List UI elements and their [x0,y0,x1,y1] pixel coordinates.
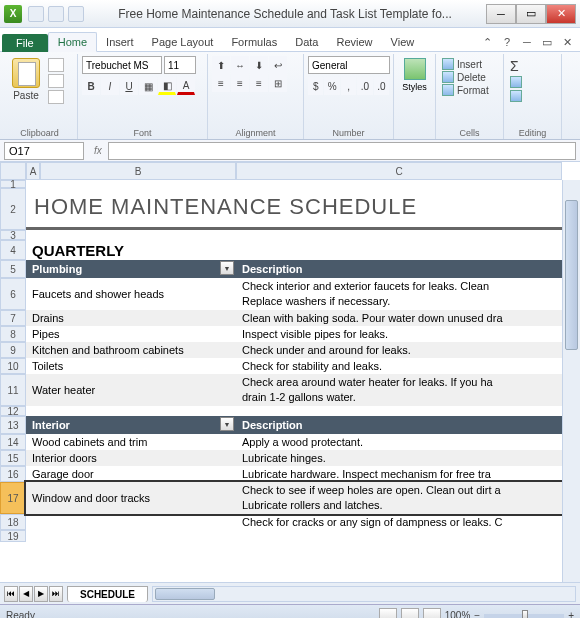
prev-sheet[interactable]: ◀ [19,586,33,602]
insert-tab[interactable]: Insert [97,33,143,51]
formula-bar[interactable] [108,142,576,160]
normal-view[interactable] [379,608,397,619]
number-format-select[interactable]: General [308,56,390,74]
row-header-14[interactable]: 14 [0,434,26,450]
align-left[interactable]: ≡ [212,74,230,92]
bold-button[interactable]: B [82,77,100,95]
row-header-2[interactable]: 2 [0,188,26,230]
comma-button[interactable]: , [341,77,356,95]
delete-cells-button[interactable]: Delete [442,71,497,83]
autosum-button[interactable]: Σ [510,58,555,74]
table-row[interactable]: Check for cracks or any sign of dampness… [26,514,562,530]
col-header-plumbing[interactable]: Plumbing▼ [26,260,236,278]
home-tab[interactable]: Home [48,32,97,52]
row-header-13[interactable]: 13 [0,416,26,434]
align-top[interactable]: ⬆ [212,56,230,74]
inc-decimal[interactable]: .0 [357,77,372,95]
dec-decimal[interactable]: .0 [374,77,389,95]
table-row[interactable]: Garage doorLubricate hardware. Inspect m… [26,466,562,482]
formulas-tab[interactable]: Formulas [222,33,286,51]
close-button[interactable]: ✕ [546,4,576,24]
mdi-close[interactable]: ✕ [558,33,576,51]
row-header-19[interactable]: 19 [0,530,26,542]
col-header-interior[interactable]: Interior▼ [26,416,236,434]
row-header-12[interactable]: 12 [0,406,26,416]
review-tab[interactable]: Review [327,33,381,51]
format-cells-button[interactable]: Format [442,84,497,96]
paste-button[interactable]: Paste [6,56,46,106]
qat-undo[interactable] [48,6,64,22]
table-row[interactable]: Kitchen and bathroom cabinetsCheck under… [26,342,562,358]
row-header-16[interactable]: 16 [0,466,26,482]
qat-redo[interactable] [68,6,84,22]
zoom-slider[interactable] [484,614,564,618]
select-all-corner[interactable] [0,162,26,180]
page-break-view[interactable] [423,608,441,619]
qat-save[interactable] [28,6,44,22]
row-header-3[interactable]: 3 [0,230,26,240]
currency-button[interactable]: $ [308,77,323,95]
table-row[interactable]: Window and door tracksCheck to see if we… [26,482,562,514]
row-header-4[interactable]: 4 [0,240,26,260]
cut-button[interactable] [48,58,64,72]
row-header-11[interactable]: 11 [0,374,26,406]
zoom-in[interactable]: + [568,610,574,618]
table-row[interactable]: Water heaterCheck area around water heat… [26,374,562,406]
minimize-ribbon[interactable]: ⌃ [478,33,496,51]
first-sheet[interactable]: ⏮ [4,586,18,602]
row-header-1[interactable]: 1 [0,180,26,188]
row-header-5[interactable]: 5 [0,260,26,278]
border-button[interactable]: ▦ [139,77,157,95]
row-header-10[interactable]: 10 [0,358,26,374]
col-header-A[interactable]: A [26,162,40,180]
insert-cells-button[interactable]: Insert [442,58,497,70]
align-mid[interactable]: ↔ [231,56,249,74]
row-header-15[interactable]: 15 [0,450,26,466]
table-row[interactable]: ToiletsCheck for stability and leaks. [26,358,562,374]
vertical-scrollbar[interactable] [562,180,580,582]
styles-button[interactable]: Styles [400,58,429,106]
horizontal-scrollbar[interactable] [152,586,576,602]
sheet-tab-schedule[interactable]: SCHEDULE [67,586,148,602]
file-tab[interactable]: File [2,34,48,52]
table-row[interactable]: DrainsClean with baking soda. Pour water… [26,310,562,326]
minimize-button[interactable]: ─ [486,4,516,24]
scroll-thumb[interactable] [565,200,578,350]
italic-button[interactable]: I [101,77,119,95]
fx-label[interactable]: fx [88,145,108,156]
table-row[interactable]: PipesInspect visible pipes for leaks. [26,326,562,342]
data-tab[interactable]: Data [286,33,327,51]
page-layout-tab[interactable]: Page Layout [143,33,223,51]
zoom-out[interactable]: − [474,610,480,618]
row-header-6[interactable]: 6 [0,278,26,310]
mdi-min[interactable]: ─ [518,33,536,51]
fill-color-button[interactable]: ◧ [158,77,176,95]
format-painter-button[interactable] [48,90,64,104]
maximize-button[interactable]: ▭ [516,4,546,24]
wrap-text[interactable]: ↩ [269,56,287,74]
col-header-description[interactable]: Description [236,416,562,434]
copy-button[interactable] [48,74,64,88]
align-bot[interactable]: ⬇ [250,56,268,74]
align-center[interactable]: ≡ [231,74,249,92]
underline-button[interactable]: U [120,77,138,95]
row-header-9[interactable]: 9 [0,342,26,358]
col-header-B[interactable]: B [40,162,236,180]
table-row[interactable]: Interior doorsLubricate hinges. [26,450,562,466]
table-row[interactable]: Faucets and shower headsCheck interior a… [26,278,562,310]
col-header-C[interactable]: C [236,162,562,180]
fill-button[interactable] [510,76,555,88]
align-right[interactable]: ≡ [250,74,268,92]
row-header-8[interactable]: 8 [0,326,26,342]
col-header-description[interactable]: Description [236,260,562,278]
clear-button[interactable] [510,90,555,102]
font-name-select[interactable]: Trebuchet MS [82,56,162,74]
font-color-button[interactable]: A [177,77,195,95]
next-sheet[interactable]: ▶ [34,586,48,602]
help-button[interactable]: ? [498,33,516,51]
row-header-7[interactable]: 7 [0,310,26,326]
name-box[interactable]: O17 [4,142,84,160]
percent-button[interactable]: % [324,77,339,95]
row-header-18[interactable]: 18 [0,514,26,530]
filter-icon[interactable]: ▼ [220,417,234,431]
